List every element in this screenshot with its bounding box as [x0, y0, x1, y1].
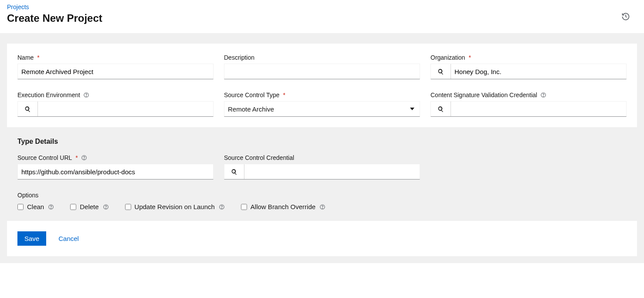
svg-point-7 — [51, 208, 51, 208]
option-update[interactable]: Update Revision on Launch — [125, 203, 225, 210]
scm-cred-lookup-button[interactable] — [224, 164, 244, 179]
scm-url-input[interactable] — [18, 164, 213, 179]
clean-checkbox[interactable] — [17, 204, 24, 210]
required-marker: * — [37, 54, 39, 61]
help-icon[interactable] — [319, 203, 326, 210]
organization-input[interactable] — [451, 64, 626, 79]
type-details-heading: Type Details — [17, 138, 627, 146]
organization-lookup-button[interactable] — [431, 64, 451, 79]
svg-point-13 — [322, 208, 323, 208]
content-sig-input[interactable] — [451, 102, 626, 116]
label-organization: Organization — [430, 54, 465, 61]
breadcrumb-projects[interactable]: Projects — [7, 3, 29, 10]
clean-label: Clean — [27, 203, 44, 210]
scm-cred-input[interactable] — [244, 164, 420, 179]
required-marker: * — [468, 54, 471, 61]
label-scm-cred: Source Control Credential — [224, 154, 294, 161]
label-exec-env: Execution Environment — [17, 91, 80, 98]
field-scm-cred: Source Control Credential — [224, 154, 420, 179]
help-icon[interactable] — [81, 154, 88, 161]
description-input[interactable] — [224, 64, 420, 79]
field-content-sig: Content Signature Validation Credential — [430, 91, 627, 117]
scm-type-value: Remote Archive — [228, 105, 274, 113]
label-description: Description — [224, 54, 254, 61]
delete-label: Delete — [80, 203, 98, 210]
svg-point-5 — [84, 159, 84, 159]
required-marker: * — [75, 154, 78, 161]
scm-type-select[interactable]: Remote Archive — [224, 101, 420, 117]
branch-checkbox[interactable] — [241, 204, 247, 210]
field-description: Description — [224, 54, 420, 79]
help-icon[interactable] — [83, 91, 90, 98]
exec-env-input[interactable] — [38, 102, 213, 116]
field-name: Name * — [17, 54, 214, 79]
label-scm-url: Source Control URL — [17, 154, 72, 161]
label-scm-type: Source Control Type — [224, 91, 279, 98]
chevron-down-icon — [410, 108, 414, 110]
search-icon — [24, 106, 31, 112]
options-label: Options — [17, 192, 627, 199]
save-button[interactable]: Save — [17, 231, 46, 246]
field-organization: Organization * — [430, 54, 627, 79]
update-checkbox[interactable] — [125, 204, 131, 210]
help-icon[interactable] — [218, 203, 225, 210]
help-icon[interactable] — [102, 203, 109, 210]
cancel-button[interactable]: Cancel — [57, 231, 81, 246]
label-name: Name — [17, 54, 34, 61]
history-icon[interactable] — [621, 12, 630, 21]
content-sig-lookup-button[interactable] — [431, 102, 451, 116]
delete-checkbox[interactable] — [70, 204, 76, 210]
exec-env-lookup-button[interactable] — [18, 102, 38, 116]
search-icon — [231, 169, 237, 175]
svg-point-3 — [543, 96, 543, 96]
update-label: Update Revision on Launch — [135, 203, 215, 210]
search-icon — [437, 68, 444, 75]
svg-point-11 — [221, 208, 222, 208]
help-icon[interactable] — [540, 91, 547, 98]
name-input[interactable] — [18, 64, 213, 79]
help-icon[interactable] — [47, 203, 54, 210]
search-icon — [437, 106, 444, 112]
field-scm-url: Source Control URL * — [17, 154, 214, 179]
option-branch[interactable]: Allow Branch Override — [241, 203, 326, 210]
branch-label: Allow Branch Override — [251, 203, 315, 210]
label-content-sig: Content Signature Validation Credential — [430, 91, 537, 98]
option-delete[interactable]: Delete — [70, 203, 109, 210]
page-title: Create New Project — [7, 12, 637, 24]
field-scm-type: Source Control Type * Remote Archive — [224, 91, 420, 117]
svg-point-1 — [86, 96, 87, 96]
svg-point-9 — [105, 208, 106, 208]
option-clean[interactable]: Clean — [17, 203, 54, 210]
field-exec-env: Execution Environment — [17, 91, 214, 117]
required-marker: * — [283, 91, 285, 98]
